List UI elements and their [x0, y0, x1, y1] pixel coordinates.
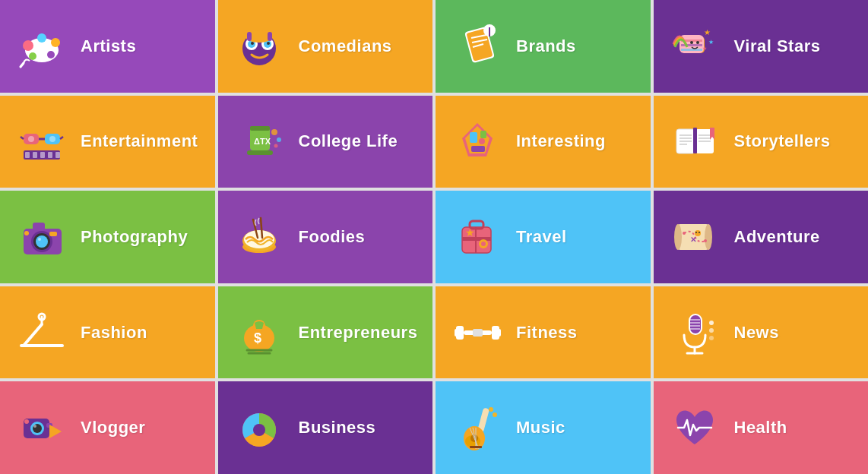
cell-adventure[interactable]: ✕ Adventure: [654, 191, 869, 283]
svg-point-51: [277, 137, 281, 142]
business-icon: [233, 401, 287, 454]
svg-text:$: $: [254, 330, 261, 346]
svg-rect-46: [55, 152, 60, 158]
svg-rect-146: [470, 446, 482, 448]
cell-foodies[interactable]: Foodies: [218, 191, 433, 283]
svg-rect-48: [250, 126, 270, 131]
svg-line-6: [21, 63, 24, 67]
cell-fashion[interactable]: Fashion: [0, 286, 215, 379]
storytellers-label: Storytellers: [734, 131, 831, 151]
cell-fitness[interactable]: Fitness: [436, 286, 651, 379]
vlogger-label: Vlogger: [81, 418, 145, 438]
storytellers-icon: [669, 115, 722, 168]
foodies-icon: [233, 210, 287, 264]
fitness-label: Fitness: [516, 323, 578, 343]
adventure-icon: ✕: [669, 210, 722, 264]
svg-rect-16: [268, 32, 272, 41]
svg-point-94: [674, 224, 682, 250]
svg-rect-57: [480, 131, 486, 138]
adventure-label: Adventure: [734, 227, 820, 247]
vlogger-icon: [15, 401, 68, 454]
category-grid: Artists Comedians: [0, 0, 868, 474]
svg-point-39: [28, 136, 34, 142]
entertainment-icon: [15, 115, 68, 168]
cell-news[interactable]: News: [654, 286, 869, 379]
svg-point-136: [253, 424, 265, 436]
cell-entertainment[interactable]: Entertainment: [0, 96, 215, 188]
svg-rect-15: [247, 32, 252, 41]
cell-brands[interactable]: Brands: [436, 0, 651, 93]
svg-rect-42: [25, 152, 30, 158]
svg-point-99: [695, 230, 701, 236]
interesting-icon: [451, 115, 504, 168]
svg-point-52: [274, 144, 278, 147]
svg-line-38: [60, 137, 63, 139]
svg-rect-116: [473, 329, 483, 337]
viral-stars-label: Viral Stars: [734, 36, 821, 56]
cell-storytellers[interactable]: Storytellers: [654, 96, 869, 188]
cell-travel[interactable]: ★ Travel: [436, 191, 651, 283]
comedians-label: Comedians: [299, 36, 392, 56]
svg-point-40: [49, 136, 55, 142]
svg-point-13: [267, 42, 270, 45]
music-icon: [451, 401, 504, 454]
svg-text:★: ★: [702, 46, 707, 51]
cell-artists[interactable]: Artists: [0, 0, 215, 93]
photography-icon: [15, 210, 68, 264]
svg-point-30: [696, 41, 699, 44]
entertainment-label: Entertainment: [81, 131, 198, 151]
svg-point-2: [51, 38, 60, 47]
svg-rect-58: [471, 146, 485, 152]
svg-text:✕: ✕: [690, 235, 696, 244]
entrepreneurs-icon: $: [233, 306, 287, 359]
cell-entrepreneurs[interactable]: $ Entrepreneurs: [218, 286, 433, 379]
svg-point-138: [489, 407, 493, 412]
svg-text:★: ★: [465, 226, 475, 239]
cell-college-life[interactable]: ΔTX College Life: [218, 96, 433, 188]
svg-rect-43: [33, 152, 37, 158]
svg-marker-133: [49, 425, 62, 438]
music-label: Music: [516, 418, 565, 438]
svg-point-125: [709, 321, 714, 325]
svg-point-79: [24, 231, 29, 235]
svg-point-59: [479, 138, 485, 144]
health-label: Health: [734, 418, 787, 438]
cell-comedians[interactable]: Comedians: [218, 0, 433, 93]
cell-photography[interactable]: Photography: [0, 191, 215, 283]
svg-point-127: [709, 336, 714, 340]
cell-viral-stars[interactable]: ★ ★ ★ Viral Stars: [654, 0, 869, 93]
fashion-label: Fashion: [81, 323, 147, 343]
viral-stars-icon: ★ ★ ★: [669, 20, 722, 73]
travel-icon: ★: [451, 210, 504, 264]
foodies-label: Foodies: [299, 227, 366, 247]
college-life-label: College Life: [299, 131, 398, 151]
svg-rect-44: [40, 152, 45, 158]
svg-point-139: [493, 412, 497, 417]
svg-point-95: [705, 224, 712, 250]
business-label: Business: [299, 418, 376, 438]
svg-point-1: [23, 40, 33, 51]
cell-music[interactable]: Music: [436, 381, 651, 474]
comedians-icon: [233, 20, 287, 73]
svg-point-131: [33, 425, 36, 428]
cell-business[interactable]: Business: [218, 381, 433, 474]
interesting-label: Interesting: [516, 131, 606, 151]
svg-rect-28: [681, 49, 702, 51]
svg-rect-27: [681, 44, 702, 46]
svg-rect-53: [247, 150, 273, 155]
svg-rect-45: [48, 152, 52, 158]
entrepreneurs-label: Entrepreneurs: [299, 323, 418, 343]
svg-rect-112: [455, 329, 459, 337]
svg-point-97: [704, 239, 707, 242]
svg-point-92: [481, 242, 486, 246]
svg-point-29: [690, 41, 693, 44]
cell-vlogger[interactable]: Vlogger: [0, 381, 215, 474]
svg-rect-56: [470, 132, 477, 143]
fashion-icon: [15, 306, 68, 359]
college-life-icon: ΔTX: [233, 115, 287, 168]
cell-health[interactable]: Health: [654, 381, 869, 474]
cell-interesting[interactable]: Interesting: [436, 96, 651, 188]
svg-point-77: [38, 238, 41, 241]
svg-rect-115: [496, 329, 501, 337]
svg-line-37: [21, 137, 24, 139]
